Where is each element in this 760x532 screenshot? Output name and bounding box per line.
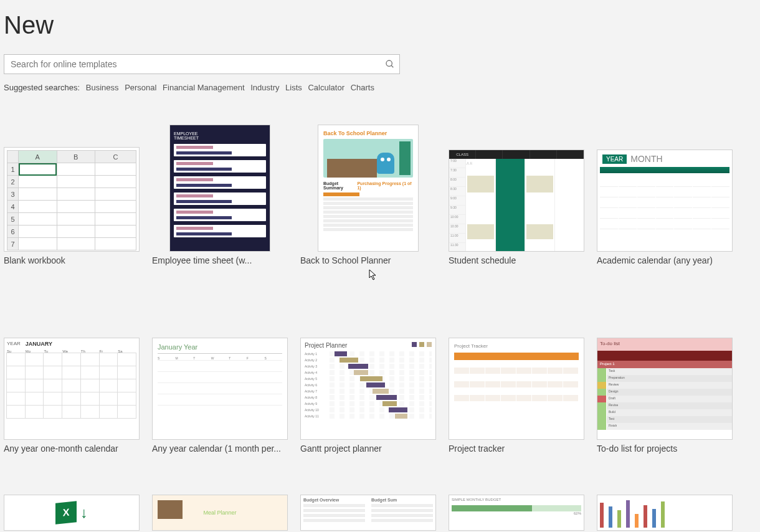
template-any-year-calendar[interactable]: January Year SMTWTFS Any year calendar (… xyxy=(152,306,288,454)
template-thumbnail: Back To School Planner Budget SummaryPur… xyxy=(300,118,436,252)
template-label: Back to School Planner xyxy=(300,255,436,265)
arrow-down-icon: ↓ xyxy=(80,504,88,521)
col-header: C xyxy=(95,151,136,163)
row-header: 7 xyxy=(7,238,19,250)
suggested-link-business[interactable]: Business xyxy=(86,83,119,92)
template-label: Academic calendar (any year) xyxy=(597,255,733,265)
search-button[interactable] xyxy=(382,57,397,72)
search-box xyxy=(4,54,400,74)
thumb-text: Budget Overview xyxy=(303,498,339,502)
thumb-text: Back To School xyxy=(323,130,366,136)
template-thumbnail: YEAR JANUARY SuMoTuWeThFrSa xyxy=(4,306,140,440)
template-gantt-project-planner[interactable]: Project Planner Activity 1 Activity 2 Ac… xyxy=(300,306,436,454)
thumb-text: SIMPLE MONTHLY BUDGET xyxy=(452,498,581,501)
svg-line-1 xyxy=(391,65,393,67)
template-blank-workbook[interactable]: A B C 1 2 3 4 5 6 7 Blank workbook xyxy=(4,118,140,265)
template-thumbnail: EMPLOYEETIMESHEET xyxy=(152,118,288,252)
thumb-text: Project Tracker xyxy=(454,343,579,349)
thumb-text: Budget Summary xyxy=(323,181,357,190)
thumb-text: MONTH xyxy=(630,154,662,164)
template-label: Gantt project planner xyxy=(300,444,436,454)
row-header: 6 xyxy=(7,226,19,238)
excel-icon xyxy=(55,501,77,525)
template-label: Employee time sheet (w... xyxy=(152,255,288,265)
row-header: 4 xyxy=(7,201,19,213)
template-label: Any year one-month calendar xyxy=(4,444,140,454)
template-thumbnail: A B C 1 2 3 4 5 6 7 xyxy=(4,118,140,252)
suggested-link-industry[interactable]: Industry xyxy=(250,83,279,92)
svg-point-0 xyxy=(386,60,392,66)
thumb-text: January Year xyxy=(158,343,282,351)
template-label: Any year calendar (1 month per... xyxy=(152,444,288,454)
thumb-text: JANUARY xyxy=(26,341,52,347)
thumb-text: Budget Sum xyxy=(371,498,397,502)
suggested-searches: Suggested searches: Business Personal Fi… xyxy=(4,83,756,92)
template-simple-monthly-budget[interactable]: SIMPLE MONTHLY BUDGET 62% xyxy=(449,495,584,531)
col-header: A xyxy=(19,151,57,163)
thumb-text: YEAR xyxy=(7,341,21,347)
row-header: 1 xyxy=(7,163,19,176)
thumb-text: 62% xyxy=(452,511,581,515)
thumb-text: YEAR xyxy=(602,154,627,164)
template-budget-overview[interactable]: Budget Overview Budget Sum xyxy=(300,495,436,531)
template-thumbnail: Project Planner Activity 1 Activity 2 Ac… xyxy=(300,306,436,440)
page-title: New xyxy=(4,0,756,54)
template-label: Project tracker xyxy=(449,444,584,454)
template-gallery: A B C 1 2 3 4 5 6 7 Blank workbook EMPLO… xyxy=(4,118,756,531)
row-header: 2 xyxy=(7,176,19,188)
template-chart[interactable] xyxy=(597,495,733,531)
suggested-link-lists[interactable]: Lists xyxy=(285,83,302,92)
search-icon xyxy=(385,59,395,69)
template-academic-calendar[interactable]: YEAR MONTH Academic calendar (any year) xyxy=(597,118,733,265)
template-thumbnail: January Year SMTWTFS xyxy=(152,306,288,440)
template-thumbnail: Project Tracker xyxy=(449,306,584,440)
template-label: Student schedule xyxy=(449,255,584,265)
template-thumbnail: YEAR MONTH xyxy=(597,118,733,252)
suggested-link-charts[interactable]: Charts xyxy=(351,83,374,92)
template-label: Blank workbook xyxy=(4,255,140,265)
suggested-label: Suggested searches: xyxy=(4,83,80,92)
template-meal-planner[interactable]: Meal Planner xyxy=(152,495,288,531)
thumb-text: Planner xyxy=(366,130,387,136)
row-header: 5 xyxy=(7,213,19,226)
template-employee-time-sheet[interactable]: EMPLOYEETIMESHEET Employee time sheet (w… xyxy=(152,118,288,265)
template-project-tracker[interactable]: Project Tracker Project tracker xyxy=(449,306,584,454)
thumb-text: CLASS SCHEDULE xyxy=(449,150,476,159)
template-thumbnail: CLASS SCHEDULE 7:007:308:008:309:009:301… xyxy=(449,118,584,252)
suggested-link-personal[interactable]: Personal xyxy=(125,83,156,92)
thumb-text: Project Planner xyxy=(305,342,347,349)
col-header: B xyxy=(57,151,95,163)
suggested-link-calculator[interactable]: Calculator xyxy=(308,83,344,92)
template-excel-tour[interactable]: ↓ xyxy=(4,495,140,531)
thumb-text: Meal Planner xyxy=(203,510,236,516)
template-back-to-school-planner[interactable]: Back To School Planner Budget SummaryPur… xyxy=(300,118,436,265)
template-todo-list[interactable]: To-do list Project 1 Task Preparation Re… xyxy=(597,306,733,454)
row-header: 3 xyxy=(7,188,19,201)
template-label: To-do list for projects xyxy=(597,444,733,454)
thumb-text: To-do list xyxy=(597,338,732,351)
search-input[interactable] xyxy=(4,54,400,74)
suggested-link-financial-management[interactable]: Financial Management xyxy=(163,83,245,92)
template-thumbnail: To-do list Project 1 Task Preparation Re… xyxy=(597,306,733,440)
template-any-year-one-month[interactable]: YEAR JANUARY SuMoTuWeThFrSa Any year one… xyxy=(4,306,140,454)
template-student-schedule[interactable]: CLASS SCHEDULE 7:007:308:008:309:009:301… xyxy=(449,118,584,265)
thumb-text: Purchasing Progress (1 of 1) xyxy=(357,181,413,190)
